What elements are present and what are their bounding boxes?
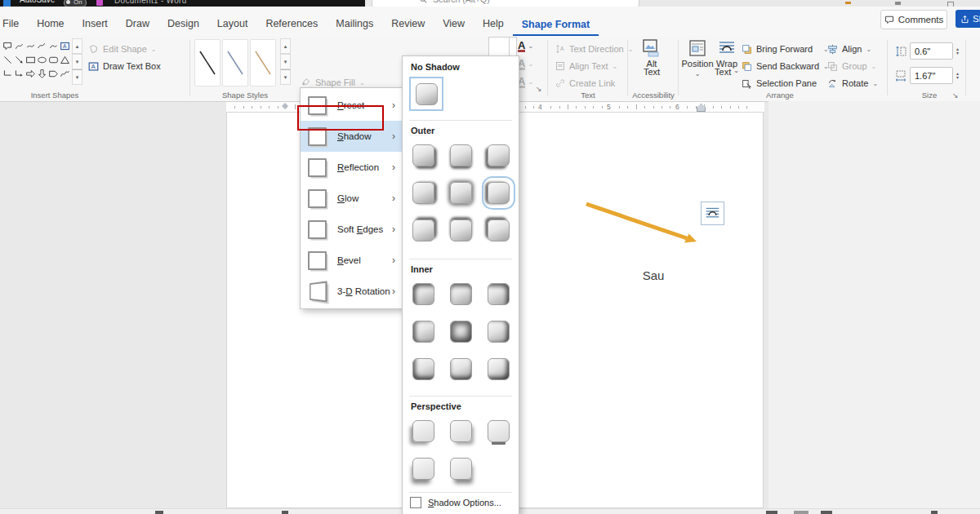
shadow-thumb-offset-bottom-left[interactable] (488, 144, 510, 166)
text-direction-button[interactable]: A Text Direction⌄ (555, 41, 633, 57)
shadow-thumb-perspective-lower-left[interactable] (412, 458, 434, 480)
shape-rectangle-icon[interactable] (24, 53, 36, 67)
menu-item-bevel[interactable]: Bevel› (301, 245, 402, 276)
size-dialog-launcher-icon[interactable]: ↘ (952, 92, 959, 99)
position-button[interactable]: Position ⌄ (683, 39, 712, 90)
shadow-thumb-offset-bottom[interactable] (450, 144, 472, 166)
shadow-thumb-offset-left[interactable] (488, 182, 510, 204)
spinner-down-icon[interactable]: ▾ (956, 51, 959, 55)
shape-pentagon-icon[interactable] (47, 67, 59, 81)
text-outline-button[interactable]: A⌄ (518, 56, 542, 72)
shape-elbow-arrow-icon[interactable] (13, 67, 24, 81)
shape-style-preset[interactable] (250, 39, 276, 86)
shadow-thumb-inside-left[interactable] (412, 321, 434, 343)
gallery-down-icon[interactable]: ▾ (72, 54, 82, 69)
view-button[interactable] (794, 511, 808, 514)
shape-curve-icon[interactable] (13, 39, 24, 53)
rotate-button[interactable]: Rotate⌄ (827, 75, 878, 91)
wrap-text-button[interactable]: Wrap Text⌄ (712, 39, 742, 90)
draw-text-box-button[interactable]: A Draw Text Box (88, 58, 161, 74)
gallery-more-icon[interactable]: ▾ (280, 69, 291, 85)
gallery-down-icon[interactable]: ▾ (280, 54, 291, 69)
zoom-control[interactable] (931, 511, 938, 514)
shape-curve-icon[interactable] (36, 39, 47, 53)
group-button[interactable]: Group⌄ (827, 58, 876, 74)
tab-layout[interactable]: Layout (208, 12, 257, 36)
shadow-thumb-inside-bottom-left[interactable] (412, 358, 434, 380)
arrow-shape[interactable] (572, 191, 710, 256)
shape-scribble-icon[interactable] (59, 67, 70, 81)
shape-triangle-icon[interactable] (59, 53, 70, 67)
tab-design[interactable]: Design (158, 12, 208, 36)
shape-oval-icon[interactable] (36, 53, 47, 67)
alt-text-button[interactable]: Alt Text (637, 39, 666, 90)
tab-insert[interactable]: Insert (74, 12, 117, 36)
comments-button[interactable]: Comments (880, 10, 947, 29)
wordart-style-cell[interactable] (488, 37, 510, 56)
shadow-thumb-offset-right[interactable] (412, 182, 434, 204)
wordart-style-cell[interactable] (509, 37, 517, 56)
tab-shape-format[interactable]: Shape Format (513, 13, 599, 37)
shadow-options-button[interactable]: Shadow Options... (410, 497, 501, 508)
shape-callout-icon[interactable] (2, 39, 13, 53)
gallery-up-icon[interactable]: ▴ (72, 38, 82, 54)
shadow-thumb-perspective-upper-right[interactable] (450, 420, 472, 442)
search-input[interactable]: Search (Alt+Q) (372, 0, 639, 7)
shape-elbow-connector-icon[interactable] (2, 67, 13, 81)
tab-help[interactable]: Help (474, 12, 513, 36)
save-icon[interactable] (96, 0, 103, 6)
align-button[interactable]: Align⌄ (827, 41, 871, 57)
shadow-thumb-offset-top-left[interactable] (488, 219, 510, 241)
create-link-button[interactable]: Create Link (555, 75, 615, 91)
tab-references[interactable]: References (256, 12, 327, 36)
shape-arrow-right-icon[interactable] (24, 67, 36, 81)
shadow-thumb-no-shadow[interactable] (409, 77, 443, 111)
indent-markers[interactable] (282, 103, 289, 111)
shadow-thumb-offset-center[interactable] (450, 182, 472, 204)
send-backward-button[interactable]: Send Backward⌄ (742, 58, 829, 74)
layout-options-button[interactable] (701, 202, 724, 225)
shadow-thumb-offset-top[interactable] (450, 219, 472, 241)
menu-item-reflection[interactable]: Reflection› (301, 152, 402, 183)
menu-item-shadow[interactable]: Shadow› (301, 121, 402, 152)
tab-home[interactable]: Home (28, 12, 73, 36)
shape-style-preset[interactable] (194, 39, 220, 86)
edit-shape-button[interactable]: Edit Shape⌄ (88, 41, 157, 57)
tab-review[interactable]: Review (382, 12, 434, 36)
shape-text-box-icon[interactable]: A (59, 39, 70, 53)
tab-view[interactable]: View (434, 12, 474, 36)
shadow-thumb-perspective-lower-right[interactable] (450, 458, 472, 480)
shadow-thumb-offset-bottom-right[interactable] (412, 144, 434, 166)
menu-item-preset[interactable]: Preset› (301, 90, 402, 121)
bring-forward-button[interactable]: Bring Forward⌄ (742, 41, 829, 57)
shadow-thumb-inside-bottom-right[interactable] (488, 358, 510, 380)
align-text-button[interactable]: Align Text⌄ (555, 58, 617, 74)
shape-line-arrow-icon[interactable] (13, 53, 24, 67)
shadow-thumb-perspective-upper-left[interactable] (412, 420, 434, 442)
tab-draw[interactable]: Draw (117, 12, 158, 36)
shape-curve-icon[interactable] (47, 39, 59, 53)
shape-height-input[interactable]: 0.6" (910, 42, 953, 60)
gallery-up-icon[interactable]: ▴ (280, 38, 291, 54)
selection-pane-button[interactable]: Selection Pane (742, 75, 817, 91)
view-button[interactable] (766, 511, 777, 514)
menu-item-glow[interactable]: Glow› (301, 183, 402, 214)
gallery-more-icon[interactable]: ▾ (72, 69, 82, 85)
shape-width-input[interactable]: 1.67" (910, 67, 953, 84)
shadow-thumb-inside-center[interactable] (450, 321, 472, 343)
shadow-thumb-inside-top-left[interactable] (412, 283, 434, 305)
shadow-thumb-inside-top-right[interactable] (488, 283, 510, 305)
shadow-thumb-perspective-below[interactable] (488, 420, 510, 442)
text-fill-button[interactable]: A⌄ (518, 38, 542, 54)
share-button[interactable]: Sha (956, 10, 980, 28)
tab-file[interactable]: File (0, 12, 28, 36)
shape-text[interactable]: Sau (621, 268, 686, 282)
shadow-thumb-inside-bottom[interactable] (450, 358, 472, 380)
spinner-down-icon[interactable]: ▾ (956, 76, 959, 80)
menu-item-soft-edges[interactable]: Soft Edges› (301, 214, 402, 245)
wordart-dialog-launcher-icon[interactable]: ↘ (536, 86, 542, 92)
tab-mailings[interactable]: Mailings (327, 12, 382, 36)
shape-line-icon[interactable] (2, 53, 13, 67)
shape-arrow-down-icon[interactable] (36, 67, 47, 81)
shape-rounded-rectangle-icon[interactable] (47, 53, 59, 67)
